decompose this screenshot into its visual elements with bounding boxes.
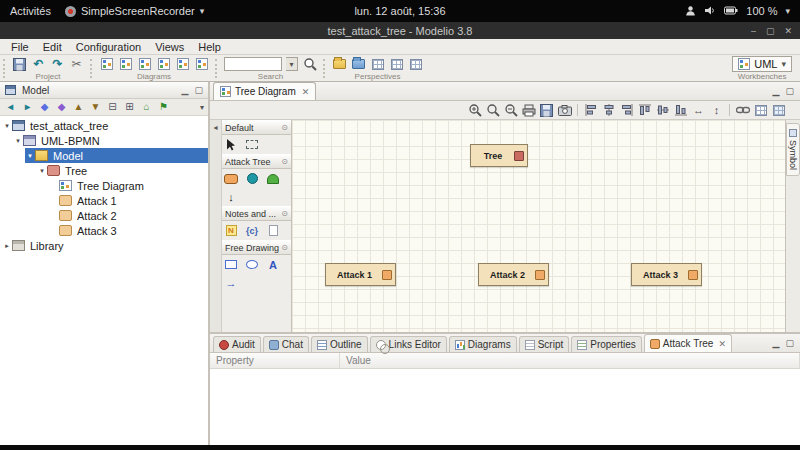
tab-symbol[interactable]: Symbol: [786, 123, 800, 176]
expander-icon[interactable]: ▾: [25, 152, 35, 160]
line-tool[interactable]: →: [224, 276, 238, 289]
perspective-table-button[interactable]: [408, 57, 423, 71]
nav-back-button[interactable]: ◂: [4, 102, 17, 112]
node-badge-orange[interactable]: [535, 270, 545, 280]
tab-audit[interactable]: Audit: [213, 336, 261, 352]
expander-icon[interactable]: ▾: [37, 167, 47, 175]
class-diagram-button[interactable]: [118, 57, 133, 71]
save-image-button[interactable]: [539, 103, 554, 118]
palette-section-default[interactable]: Default ⊙: [222, 120, 291, 135]
tab-links-editor[interactable]: Links Editor: [370, 336, 447, 352]
zoom-out-button[interactable]: [503, 103, 518, 118]
tree-item-tree[interactable]: ▾ Tree: [0, 163, 208, 178]
flag-button[interactable]: ⚑: [157, 102, 170, 112]
expander-icon[interactable]: ▸: [2, 242, 12, 250]
node-badge-orange[interactable]: [688, 270, 698, 280]
usecase-diagram-button[interactable]: [137, 57, 152, 71]
menu-views[interactable]: Views: [148, 41, 191, 53]
view-menu-button[interactable]: ▾: [200, 103, 204, 112]
pin-icon[interactable]: ⊙: [281, 157, 288, 166]
attack-node-tool[interactable]: [224, 172, 238, 185]
palette-section-free-drawing[interactable]: Free Drawing ⊙: [222, 240, 291, 255]
perspective-layout-button[interactable]: [370, 57, 385, 71]
column-header-value[interactable]: Value: [340, 353, 800, 368]
align-center-button[interactable]: [601, 103, 616, 118]
marquee-tool[interactable]: [245, 138, 259, 151]
zoom-original-button[interactable]: [485, 103, 500, 118]
tree-item-test-attack-tree[interactable]: ▾ test_attack_tree: [0, 118, 208, 133]
and-gate-tool[interactable]: [245, 172, 259, 185]
related-elements-button[interactable]: ◆: [38, 102, 51, 112]
menu-help[interactable]: Help: [191, 41, 228, 53]
tree-item-uml-bpmn[interactable]: ▾ UML-BPMN: [0, 133, 208, 148]
activities-button[interactable]: Activités: [10, 5, 51, 17]
expand-all-button[interactable]: ⊞: [123, 102, 136, 112]
undo-button[interactable]: ↶: [31, 57, 46, 71]
screenshot-button[interactable]: [557, 103, 572, 118]
tree-item-model[interactable]: ▾ Model: [0, 148, 208, 163]
palette-section-notes[interactable]: Notes and ... ⊙: [222, 206, 291, 221]
palette-collapse-button[interactable]: ◂: [213, 123, 217, 132]
search-history-dropdown[interactable]: ▾: [286, 57, 298, 71]
expander-icon[interactable]: ▾: [2, 122, 12, 130]
align-left-button[interactable]: [583, 103, 598, 118]
tree-item-attack-2[interactable]: Attack 2: [0, 208, 208, 223]
tab-chat[interactable]: Chat: [263, 336, 309, 352]
diagram-canvas[interactable]: Tree Attack 1 Attack 2 Attack 3: [292, 120, 785, 332]
snap-toggle-button[interactable]: [771, 103, 786, 118]
or-gate-tool[interactable]: [266, 172, 280, 185]
bottom-panel-maximize-button[interactable]: ▢: [785, 338, 794, 348]
show-links-button[interactable]: [735, 103, 750, 118]
activity-diagram-button[interactable]: [175, 57, 190, 71]
panel-minimize-button[interactable]: ▁: [182, 85, 189, 95]
window-minimize-button[interactable]: –: [751, 26, 756, 36]
collapse-all-button[interactable]: ⊟: [106, 102, 119, 112]
tab-diagrams[interactable]: Diagrams: [449, 336, 517, 352]
selected-tree-row[interactable]: ▾ Model: [25, 148, 208, 163]
zoom-in-button[interactable]: [467, 103, 482, 118]
tab-outline[interactable]: Outline: [311, 336, 368, 352]
redo-button[interactable]: ↷: [50, 57, 65, 71]
editor-minimize-button[interactable]: ▁: [773, 86, 780, 96]
rectangle-tool[interactable]: [224, 258, 238, 271]
property-table-body[interactable]: [210, 369, 800, 445]
clock-button[interactable]: lun. 12 août, 15:36: [354, 0, 445, 22]
move-down-button[interactable]: ▼: [89, 102, 102, 112]
ellipse-tool[interactable]: [245, 258, 259, 271]
node-badge-orange[interactable]: [382, 270, 392, 280]
same-height-button[interactable]: ↕: [709, 103, 724, 118]
document-tool[interactable]: [266, 224, 280, 237]
perspective-grid-button[interactable]: [389, 57, 404, 71]
new-diagram-button[interactable]: [99, 57, 114, 71]
linked-elements-button[interactable]: ◆: [55, 102, 68, 112]
tree-item-tree-diagram[interactable]: Tree Diagram: [0, 178, 208, 193]
expander-icon[interactable]: ▾: [13, 137, 23, 145]
close-icon[interactable]: ✕: [716, 339, 726, 349]
print-button[interactable]: [521, 103, 536, 118]
pin-icon[interactable]: ⊙: [281, 243, 288, 252]
palette-section-attack-tree[interactable]: Attack Tree ⊙: [222, 154, 291, 169]
save-button[interactable]: [12, 57, 27, 71]
menu-file[interactable]: File: [4, 41, 36, 53]
workbench-selector[interactable]: UML ▾: [732, 56, 792, 72]
align-top-button[interactable]: [637, 103, 652, 118]
node-tree[interactable]: Tree: [470, 144, 528, 167]
panel-maximize-button[interactable]: ▢: [194, 85, 203, 95]
home-button[interactable]: ⌂: [140, 102, 153, 112]
node-badge-red[interactable]: [514, 151, 524, 161]
tree-item-library[interactable]: ▸ Library: [0, 238, 208, 253]
menu-edit[interactable]: Edit: [36, 41, 69, 53]
search-button[interactable]: [302, 57, 317, 71]
node-attack-2[interactable]: Attack 2: [478, 263, 549, 286]
constraint-tool[interactable]: {c}: [245, 224, 259, 237]
window-maximize-button[interactable]: ▢: [766, 26, 775, 36]
tab-attack-tree[interactable]: Attack Tree ✕: [644, 334, 732, 352]
open-perspective-folder-button[interactable]: [332, 57, 347, 71]
tree-item-attack-1[interactable]: Attack 1: [0, 193, 208, 208]
window-close-button[interactable]: ✕: [784, 26, 792, 36]
tab-properties[interactable]: Properties: [571, 336, 642, 352]
pin-icon[interactable]: ⊙: [281, 123, 288, 132]
nav-forward-button[interactable]: ▸: [21, 102, 34, 112]
column-header-property[interactable]: Property: [210, 353, 340, 368]
search-input[interactable]: [224, 57, 282, 71]
